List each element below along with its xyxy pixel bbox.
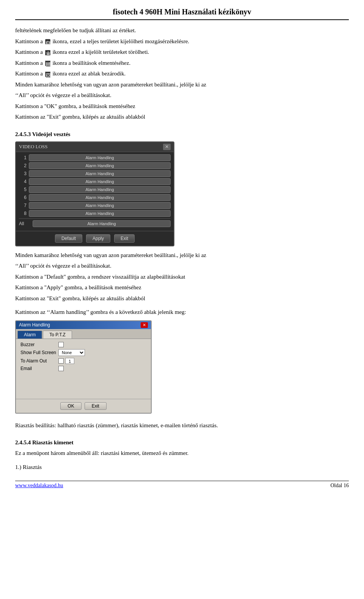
table-row: 5 Alarm Handling [19,186,171,193]
alarm-title-bar: Alarm Handling ✕ [16,321,151,329]
body-line6: Minden kamarához lehetőség van ugyan azo… [15,80,349,89]
row-num-2: 2 [19,163,27,168]
tab-ptz[interactable]: To P.T.Z [43,331,72,339]
trash-icon [45,50,50,55]
after-video-line3: Kattintson a "Default" gombra, a rendsze… [15,273,349,281]
kattintson-trash-prefix: Kattintson a [15,49,44,55]
email-label: Email [20,366,58,371]
camera-icon [45,39,50,44]
video-loss-dialog: VIDEO LOSS ✕ 1 Alarm Handling 2 Alarm Ha… [15,141,174,246]
kattintson-x-prefix: Kattintson a [15,71,44,77]
alarm-handling-quote-open: ‘‘ [47,309,50,315]
kattintson-camera-prefix: Kattintson a [15,38,44,44]
save-icon [45,61,50,66]
video-loss-title-bar: VIDEO LOSS ✕ [16,142,174,152]
all-quote-open: ‘‘ [15,92,19,98]
alarm-ok-button[interactable]: OK [60,402,81,410]
to-alarm-out-number: 1 [65,358,74,364]
x-icon [45,72,50,77]
alarm-dialog-close-button[interactable]: ✕ [141,322,148,328]
alarm-dialog-title: Alarm Handling [19,322,50,328]
email-row: Email [20,366,146,371]
show-full-screen-select[interactable]: None [58,349,85,356]
email-control [58,366,64,371]
alarm-desc: Riasztás beállítás: hallható riasztás (z… [15,421,349,430]
all-label-text2: All [19,263,26,269]
table-row: 3 Alarm Handling [19,170,171,177]
show-full-screen-control: None [58,349,85,356]
kattintson-save-suffix: ikonra a beállítások elmentéséhez. [52,60,130,66]
to-alarm-out-checkbox[interactable] [58,358,64,364]
all-label: All [19,221,30,226]
alarm-intro-prefix: Kattintson az [15,309,47,315]
alarm-handling-button-3[interactable]: Alarm Handling [29,170,171,177]
after-video-line2: ‘‘All’’ opciót és végezze el a beállítás… [15,262,349,270]
buzzer-label: Buzzer [20,342,58,347]
table-row: 4 Alarm Handling [19,178,171,185]
body-line7: ‘‘All’’ opciót és végezze el a beállítás… [15,91,349,100]
alarm-spacer [20,373,146,396]
video-loss-close-button[interactable]: ✕ [163,144,171,150]
body-line9: Kattintson az "Exit" gombra, kilépés az … [15,113,349,121]
to-alarm-out-label: To Alarm Out [20,358,58,364]
alarm-handling-button-5[interactable]: Alarm Handling [29,186,171,193]
kattintson-trash-suffix: ikonra ezzel a kijelölt területeket törö… [52,49,149,55]
after-video-line2-rest: opciót és végezze el a beállításokat. [29,263,111,269]
email-checkbox[interactable] [58,366,64,371]
section-245-4-heading: 2.4.5.4 Riasztás kimenet [15,439,349,446]
all-quote-open2: ‘‘ [15,263,19,269]
row-num-1: 1 [19,155,27,160]
svg-rect-2 [47,41,48,42]
alarm-footer: OK Exit [16,399,151,413]
kattintson-camera-suffix: ikonra, ezzel a teljes területet kijelöl… [52,38,189,44]
video-loss-title: VIDEO LOSS [19,144,47,150]
alarm-handling-button-4[interactable]: Alarm Handling [29,178,171,185]
after-video-line1: Minden kamarához lehetőség van ugyan azo… [15,251,349,260]
alarm-handling-dialog: Alarm Handling ✕ Alarm To P.T.Z Buzzer S… [15,320,152,414]
after-video-line5: Kattintson az "Exit" gombra, kilépés az … [15,294,349,303]
row-num-6: 6 [19,195,27,200]
row-num-3: 3 [19,171,27,176]
all-quote-close2: ’’ [26,263,29,269]
apply-button[interactable]: Apply [86,234,110,243]
alarm-handling-button-1[interactable]: Alarm Handling [29,154,171,161]
tab-alarm[interactable]: Alarm [17,331,42,339]
show-full-screen-row: Show Full Screen None [20,349,146,356]
to-alarm-out-row: To Alarm Out 1 [20,358,146,364]
body-line5: Kattintson a ikonra ezzel az ablak bezár… [15,69,349,78]
page-container: fisotech 4 960H Mini Használati kéziköny… [0,0,364,496]
default-button[interactable]: Default [55,234,82,243]
alarm-handling-quote-close: ’’ [86,309,89,315]
kattintson-x-suffix: ikonra ezzel az ablak bezárodik. [52,71,126,77]
svg-rect-3 [47,53,50,56]
alarm-handling-button-8[interactable]: Alarm Handling [29,210,171,217]
alarm-tabs: Alarm To P.T.Z [16,329,151,339]
alarm-intro-suffix: gombra és a következő ablak jelenik meg: [90,309,186,315]
alarm-exit-button[interactable]: Exit [85,402,107,410]
buzzer-checkbox[interactable] [58,342,64,347]
alarm-content: Buzzer Show Full Screen None To Alarm Ou… [16,339,151,399]
alarm-handling-button-2[interactable]: Alarm Handling [29,162,171,169]
section-1-heading: 1.) Riasztás [15,463,349,472]
to-alarm-out-control: 1 [58,358,74,364]
table-row: 2 Alarm Handling [19,162,171,169]
body-line1: feltételének megfelelően be tudjuk állít… [15,26,349,35]
alarm-handling-button-7[interactable]: Alarm Handling [29,202,171,209]
row-num-7: 7 [19,203,27,208]
all-row: All Alarm Handling [19,218,171,227]
page-footer: www.veddalakasod.hu Oldal 16 [15,481,349,489]
buzzer-row: Buzzer [20,342,146,347]
svg-rect-4 [46,52,50,53]
svg-rect-7 [47,62,49,64]
kattintson-save-prefix: Kattintson a [15,60,44,66]
svg-rect-8 [47,64,50,66]
alarm-handling-label: Alarm handling [50,309,86,315]
alarm-handling-all-button[interactable]: Alarm Handling [33,220,171,227]
body-line7-rest: opciót és végezze el a beállításokat. [29,92,111,98]
alarm-handling-button-6[interactable]: Alarm Handling [29,194,171,201]
exit-button[interactable]: Exit [114,234,135,243]
show-full-screen-label: Show Full Screen [20,350,58,355]
buzzer-control [58,342,64,347]
page-title: fisotech 4 960H Mini Használati kéziköny… [15,8,349,20]
footer-link[interactable]: www.veddalakasod.hu [15,483,63,489]
